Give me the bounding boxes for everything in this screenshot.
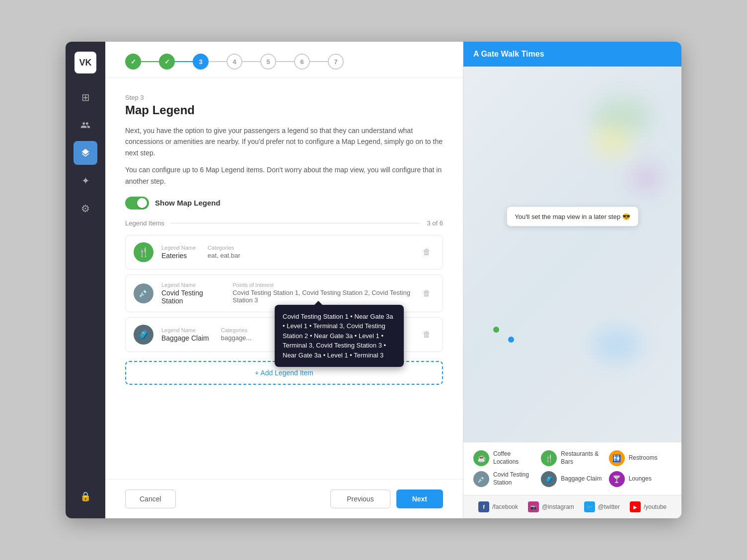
covid-poi-field: Points of Interest Covid Testing Station… (232, 282, 419, 305)
restaurants-icon: 🍴 (541, 450, 557, 466)
legend-divider (170, 223, 421, 223)
map-blob-3 (632, 166, 662, 191)
delete-baggage-btn[interactable]: 🗑 (419, 327, 435, 343)
baggage-rp-label: Baggage Claim (561, 475, 601, 483)
lounges-label: Lounges (629, 475, 652, 483)
next-button[interactable]: Next (396, 490, 443, 508)
social-facebook: f /facebook (478, 501, 518, 512)
instagram-handle: @instagram (542, 503, 574, 510)
step-title: Map Legend (125, 103, 443, 117)
legend-grid-item-baggage-rp: 🧳 Baggage Claim (541, 471, 603, 487)
covid-rp-label: Covid Testing Station (493, 471, 536, 487)
footer-bar: Cancel Previous Next (105, 479, 463, 518)
step-line-3-4 (208, 61, 227, 62)
step-5[interactable]: 5 (260, 54, 276, 70)
sidebar-item-settings[interactable]: ⚙ (74, 197, 97, 220)
step-1[interactable]: ✓ (125, 54, 141, 70)
covid-name-field: Legend Name Covid Testing Station (161, 282, 221, 305)
eateries-categories-value: eat, eat.bar (208, 252, 240, 259)
map-blob-4 (592, 328, 642, 362)
map-blob-2 (592, 126, 632, 156)
step-6-circle: 6 (294, 54, 310, 70)
covid-rp-icon: 💉 (473, 471, 489, 487)
eateries-name-value: Eateries (161, 252, 196, 260)
sidebar-item-nodes[interactable]: ✦ (74, 169, 97, 193)
sidebar-item-layers[interactable] (74, 141, 97, 165)
cancel-button[interactable]: Cancel (125, 490, 176, 508)
map-dot-blue (508, 337, 514, 343)
show-map-legend-toggle[interactable] (125, 197, 149, 210)
twitter-handle: @twitter (598, 503, 620, 510)
step-5-circle: 5 (260, 54, 276, 70)
social-youtube: ▶ /youtube (630, 501, 667, 512)
covid-name-label: Legend Name (161, 282, 221, 288)
step-6[interactable]: 6 (294, 54, 310, 70)
legend-item-eateries: 🍴 Legend Name Eateries Categories eat, e… (125, 235, 443, 270)
step-7-circle: 7 (328, 54, 344, 70)
restaurants-label: Restaurants & Bars (561, 450, 603, 466)
eateries-content: Legend Name Eateries Categories eat, eat… (161, 245, 419, 260)
main-content: ✓ ✓ 3 4 5 (105, 42, 463, 518)
youtube-handle: /youtube (644, 503, 667, 510)
show-map-legend-toggle-row: Show Map Legend (125, 197, 443, 210)
form-area: Step 3 Map Legend Next, you have the opt… (105, 78, 463, 479)
baggage-categories-field: Categories baggage... (221, 327, 251, 342)
step-4[interactable]: 4 (226, 54, 242, 70)
step-4-circle: 4 (226, 54, 242, 70)
map-view-tooltip: You'll set the map view in a later step … (507, 207, 638, 226)
baggage-rp-icon: 🧳 (541, 471, 557, 487)
step-1-circle: ✓ (125, 54, 141, 70)
baggage-name-field: Legend Name Baggage Claim (161, 327, 209, 342)
step-3[interactable]: 3 (193, 54, 209, 70)
stepper: ✓ ✓ 3 4 5 (125, 54, 344, 70)
legend-item-covid: 💉 Legend Name Covid Testing Station Poin… (125, 275, 443, 312)
eateries-icon: 🍴 (134, 242, 153, 262)
step-line-2-3 (174, 61, 194, 62)
map-dot-green (493, 327, 499, 333)
instagram-icon: 📷 (528, 501, 539, 512)
step-line-4-5 (241, 61, 261, 62)
legend-grid-item-coffee: ☕ Coffee Locations (473, 450, 536, 466)
baggage-name-value: Baggage Claim (161, 334, 209, 342)
covid-icon: 💉 (134, 283, 153, 303)
legend-grid-item-restrooms: 🚻 Restrooms (609, 450, 672, 466)
sidebar: VK ⊞ ✦ ⚙ 🔒 (66, 42, 105, 518)
facebook-handle: /facebook (492, 503, 518, 510)
delete-covid-btn[interactable]: 🗑 (419, 285, 435, 301)
previous-button[interactable]: Previous (330, 490, 390, 508)
delete-eateries-btn[interactable]: 🗑 (419, 244, 435, 260)
sidebar-item-dashboard[interactable]: ⊞ (74, 85, 97, 109)
toggle-label: Show Map Legend (155, 199, 221, 207)
step-line-6-7 (309, 61, 329, 62)
covid-content: Legend Name Covid Testing Station Points… (161, 282, 419, 305)
legend-grid: ☕ Coffee Locations 🍴 Restaurants & Bars … (473, 450, 672, 487)
eateries-name-label: Legend Name (161, 245, 196, 251)
legend-items-header: Legend Items 3 of 6 (125, 219, 443, 227)
covid-poi-label: Points of Interest (232, 282, 419, 288)
covid-name-value: Covid Testing Station (161, 289, 221, 305)
step-7[interactable]: 7 (328, 54, 344, 70)
coffee-label: Coffee Locations (493, 450, 536, 466)
right-panel-legend: ☕ Coffee Locations 🍴 Restaurants & Bars … (463, 442, 681, 495)
right-panel: A Gate Walk Times You'll set the map vie… (463, 42, 681, 518)
social-footer: f /facebook 📷 @instagram 🐦 @twitter ▶ /y… (463, 495, 681, 518)
legend-grid-item-restaurants: 🍴 Restaurants & Bars (541, 450, 603, 466)
legend-grid-item-covid-rp: 💉 Covid Testing Station (473, 471, 536, 487)
step-2[interactable]: ✓ (159, 54, 175, 70)
sidebar-item-users[interactable] (74, 113, 97, 137)
social-instagram: 📷 @instagram (528, 501, 574, 512)
legend-items-label: Legend Items (125, 219, 164, 227)
legend-grid-item-lounges: 🍸 Lounges (609, 471, 672, 487)
restrooms-icon: 🚻 (609, 450, 625, 466)
coffee-icon: ☕ (473, 450, 489, 466)
step-label: Step 3 (125, 94, 443, 101)
baggage-categories-label: Categories (221, 327, 251, 333)
legend-count: 3 of 6 (427, 219, 443, 227)
step-3-circle: 3 (193, 54, 209, 70)
step-line-5-6 (275, 61, 295, 62)
eateries-categories-label: Categories (208, 245, 240, 251)
app-logo: VK (75, 52, 96, 73)
step-description-2: You can configure up to 6 Map Legend ite… (125, 164, 443, 187)
social-twitter: 🐦 @twitter (584, 501, 620, 512)
right-panel-title: A Gate Walk Times (463, 42, 681, 67)
